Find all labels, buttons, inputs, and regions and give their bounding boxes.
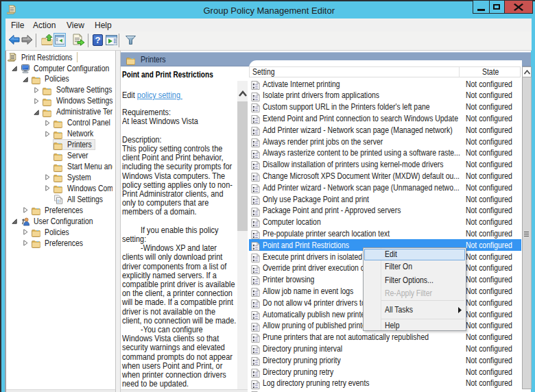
svg-text:?: ?	[95, 35, 101, 45]
